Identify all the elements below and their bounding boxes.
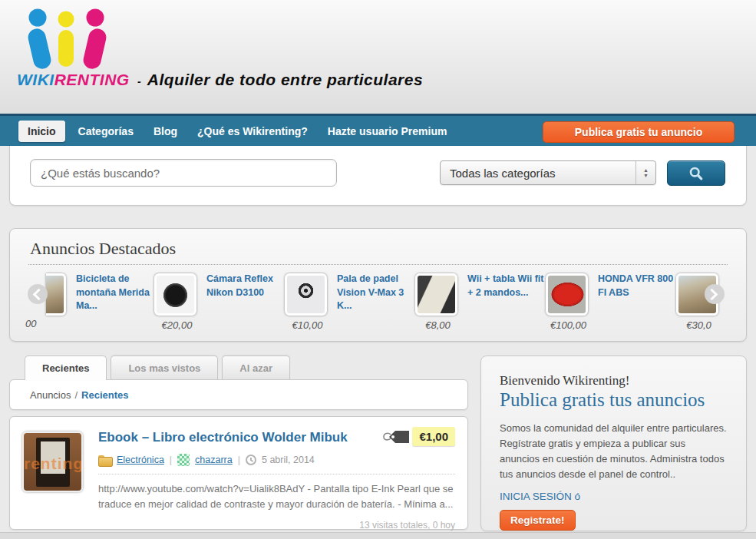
listing-meta: Electrónica | chazarra | 5 abril, 2014: [98, 454, 455, 466]
listing-body: Ebook – Libro electrónico Wolder Mibuk €…: [98, 427, 455, 519]
ebook-listing-photo[interactable]: renting: [22, 432, 83, 492]
main-content: Recientes Los mas vistos Al azar Anuncio…: [9, 355, 747, 531]
breadcrumb-current: Recientes: [81, 389, 128, 401]
logo-wiki: WIKI: [17, 71, 54, 88]
featured-item-title[interactable]: Cámara Reflex Nikon D3100: [206, 272, 285, 319]
nav-item-blog[interactable]: Blog: [144, 119, 187, 144]
carousel-next-button[interactable]: [705, 284, 725, 304]
listing-title[interactable]: Ebook – Libro electrónico Wolder Mibuk: [98, 427, 348, 445]
wii-console-photo[interactable]: [415, 273, 457, 316]
breadcrumb-section[interactable]: Anuncios: [30, 389, 71, 401]
listing-card: renting Ebook – Libro electrónico Wolder…: [9, 416, 468, 530]
featured-item-title[interactable]: Bicicleta de montaña Merida Ma...: [76, 272, 154, 319]
nikon-camera-photo[interactable]: [154, 273, 196, 316]
sidebar-headline: Publica gratis tus anuncios: [500, 389, 728, 411]
featured-item[interactable]: €30,0: [676, 272, 731, 333]
featured-item-title[interactable]: Pala de padel Vision V-Max 3 K...: [337, 272, 415, 319]
search-button[interactable]: [667, 160, 725, 186]
clock-icon: [246, 455, 256, 465]
featured-item[interactable]: Pala de padel Vision V-Max 3 K... €10,00: [285, 272, 415, 333]
featured-item-title[interactable]: HONDA VFR 800 FI ABS: [598, 272, 676, 319]
featured-carousel: 00 Bicicleta de montaña Merida Ma... Cám…: [24, 272, 731, 336]
carousel-cut-price: 00: [25, 318, 36, 329]
logo-tagline: Alquiler de todo entre particulares: [147, 71, 423, 88]
featured-item-price: €30,0: [676, 319, 721, 333]
nav-item-que-es[interactable]: ¿Qué es Wikirenting?: [187, 119, 318, 144]
search-input[interactable]: [30, 159, 337, 187]
featured-item-title[interactable]: Wii + tabla Wii fit + 2 mandos...: [467, 272, 546, 319]
dotted-divider: [28, 264, 728, 265]
featured-item-price: €10,00: [285, 319, 330, 333]
welcome-sidebar: Bienvenido Wikirenting! Publica gratis t…: [480, 355, 747, 531]
footer-strip: [0, 532, 756, 539]
price-tag: €1,00: [381, 427, 455, 446]
listing-visit-stats: 13 visitas totales, 0 hoy: [98, 520, 455, 531]
user-avatar: [177, 454, 190, 466]
featured-item[interactable]: Cámara Reflex Nikon D3100 €20,00: [154, 272, 285, 333]
meta-separator: |: [170, 455, 172, 465]
nav-item-categorias[interactable]: Categorías: [68, 119, 144, 144]
dotted-divider: [98, 474, 455, 475]
carousel-prev-button[interactable]: [28, 284, 48, 304]
search-icon: [688, 166, 704, 181]
sidebar-description: Somos la comunidad del alquiler entre pa…: [500, 421, 728, 483]
padel-racket-photo[interactable]: [285, 273, 327, 316]
logo-renting: RENTING: [54, 71, 130, 88]
featured-item[interactable]: Wii + tabla Wii fit + 2 mandos... €8,00: [415, 272, 546, 333]
featured-item[interactable]: HONDA VFR 800 FI ABS €100,00: [546, 272, 676, 333]
photo-watermark: renting: [24, 455, 83, 473]
logo-separator: -: [137, 75, 141, 88]
category-select-value: Todas las categorías: [441, 167, 636, 180]
listings-tabs: Recientes Los mas vistos Al azar: [9, 355, 468, 380]
featured-item-price: €8,00: [415, 319, 461, 333]
listing-price: €1,00: [412, 427, 455, 446]
price-tag-icon: [381, 428, 412, 445]
breadcrumb: Anuncios / Recientes: [9, 379, 468, 410]
featured-item-price: €20,00: [154, 319, 200, 333]
tab-mas-vistos[interactable]: Los mas vistos: [111, 355, 218, 380]
site-header: WIKIRENTING - Alquiler de todo entre par…: [0, 0, 756, 114]
category-select[interactable]: Todas las categorías: [440, 160, 656, 185]
select-spinner-icon: [636, 161, 655, 184]
login-link[interactable]: INICIA SESIÓN ó: [500, 491, 580, 502]
featured-item-price: €100,00: [546, 319, 591, 333]
category-folder-icon: [98, 455, 111, 465]
featured-ads-panel: Anuncios Destacados 00 Bicicleta de mont…: [9, 228, 747, 342]
meta-separator: |: [238, 455, 240, 465]
carousel-track: Bicicleta de montaña Merida Ma... Cámara…: [24, 272, 731, 333]
featured-item-title[interactable]: [728, 272, 731, 319]
listing-user-link[interactable]: chazarra: [195, 455, 233, 465]
sidebar-welcome-heading: Bienvenido Wikirenting!: [500, 373, 728, 389]
nav-item-premium[interactable]: Hazte usuario Premium: [318, 119, 457, 144]
breadcrumb-separator: /: [74, 389, 78, 401]
mountain-bike-photo[interactable]: [46, 273, 66, 316]
wikirenting-logo-icon[interactable]: [21, 8, 114, 74]
register-button[interactable]: Registrate!: [500, 510, 576, 531]
listings-column: Recientes Los mas vistos Al azar Anuncio…: [9, 355, 468, 531]
listing-category-link[interactable]: Electrónica: [117, 455, 164, 465]
tab-al-azar[interactable]: Al azar: [222, 355, 290, 380]
listing-date: 5 abril, 2014: [262, 455, 315, 465]
nav-item-inicio[interactable]: Inicio: [18, 121, 65, 142]
tab-recientes[interactable]: Recientes: [25, 355, 107, 380]
publish-ad-button[interactable]: Publica gratis tu anuncio: [543, 121, 735, 143]
featured-item[interactable]: Bicicleta de montaña Merida Ma...: [24, 272, 154, 333]
search-panel: Todas las categorías: [9, 146, 747, 206]
logo-text[interactable]: WIKIRENTING - Alquiler de todo entre par…: [17, 71, 423, 89]
honda-motorcycle-photo[interactable]: [546, 273, 588, 316]
featured-title: Anuncios Destacados: [30, 239, 746, 259]
listing-description: http://www.youtube.com/watch?v=Uialik8BA…: [98, 481, 455, 512]
main-navigation: Inicio Categorías Blog ¿Qué es Wikirenti…: [0, 114, 756, 146]
